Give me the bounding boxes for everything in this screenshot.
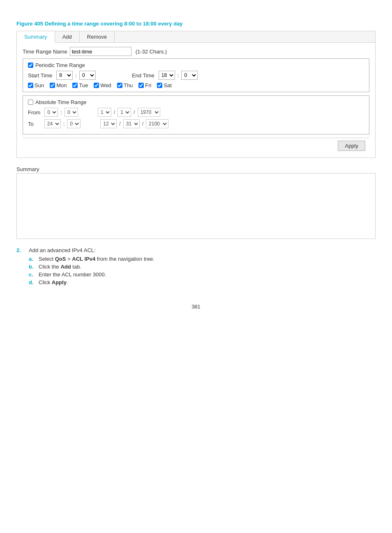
absolute-label: Absolute Time Range [35,99,86,105]
step2-text: Add an advanced IPv4 ACL: [29,247,96,253]
chars-hint: (1-32 Chars.) [136,49,167,55]
page-number: 381 [16,304,376,310]
periodic-section: Periodic Time Range Start Time 8 0123 45… [23,58,369,92]
absolute-section: Absolute Time Range From 0 : 0 1 / 1 [23,95,369,134]
from-row: From 0 : 0 1 / 1 / 1970 [28,108,364,117]
apply-button[interactable]: Apply [338,141,365,151]
summary-section: Summary [16,166,376,239]
substep-d: d. Click Apply. [29,279,154,285]
to-day-select[interactable]: 12 [100,119,117,128]
periodic-title: Periodic Time Range [28,62,364,68]
end-time-label: End Time [132,72,154,79]
start-end-time-row: Start Time 8 0123 4567 9101112 13141516 … [28,71,364,80]
substep-c: c. Enter the ACL number 3000. [29,271,154,278]
from-month-select[interactable]: 1 [118,108,131,117]
tabs-bar: Summary Add Remove [17,31,375,43]
substep-a: a. Select QoS > ACL IPv4 from the naviga… [29,256,154,262]
tab-add[interactable]: Add [55,31,80,42]
time-range-name-row: Time Range Name (1-32 Chars.) [23,47,369,56]
absolute-title: Absolute Time Range [28,99,364,105]
to-month-select[interactable]: 31 [123,119,140,128]
day-sun[interactable]: Sun [28,82,44,88]
day-wed[interactable]: Wed [94,82,111,88]
day-sat[interactable]: Sat [157,82,172,88]
instructions: 2. Add an advanced IPv4 ACL: a. Select Q… [16,247,376,287]
to-hour-select[interactable]: 24 [44,119,61,128]
from-label: From [28,109,40,116]
start-min-select[interactable]: 0153045 [79,71,96,80]
to-label: To [28,121,34,127]
from-year-select[interactable]: 1970 [138,108,160,117]
to-row: To 24 : 0 12 / 31 / 2100 [28,119,364,128]
from-day-select[interactable]: 1 [98,108,111,117]
ui-box: Summary Add Remove Time Range Name (1-32… [16,31,376,158]
absolute-checkbox[interactable] [28,100,33,105]
to-year-select[interactable]: 2100 [146,119,168,128]
from-min-select[interactable]: 0 [65,108,78,117]
end-hour-select[interactable]: 18 0123 4567 891011 12131415 16171920 21… [159,71,175,80]
tab-remove[interactable]: Remove [80,31,115,42]
periodic-checkbox[interactable] [28,63,33,68]
summary-box [16,173,376,239]
start-hour-select[interactable]: 8 0123 4567 9101112 13141516 17181920 21… [56,71,73,80]
day-thu[interactable]: Thu [117,82,133,88]
substep-b: b. Click the Add tab. [29,264,154,270]
to-min-select[interactable]: 0 [67,119,81,128]
end-min-select[interactable]: 0153045 [181,71,198,80]
apply-row: Apply [23,138,369,153]
from-hour-select[interactable]: 0 [44,108,58,117]
summary-label: Summary [16,166,376,172]
periodic-label: Periodic Time Range [35,62,85,68]
start-time-label: Start Time [28,72,52,79]
days-row: Sun Mon Tue Wed Thu Fri Sa [28,82,364,88]
step2-num: 2. [16,247,25,287]
figure-title: Figure 405 Defining a time range coverin… [16,21,376,27]
day-tue[interactable]: Tue [72,82,88,88]
day-fri[interactable]: Fri [138,82,151,88]
tab-summary[interactable]: Summary [17,31,55,43]
time-range-name-label: Time Range Name [23,49,67,55]
time-range-name-input[interactable] [70,47,131,56]
day-mon[interactable]: Mon [50,82,67,88]
